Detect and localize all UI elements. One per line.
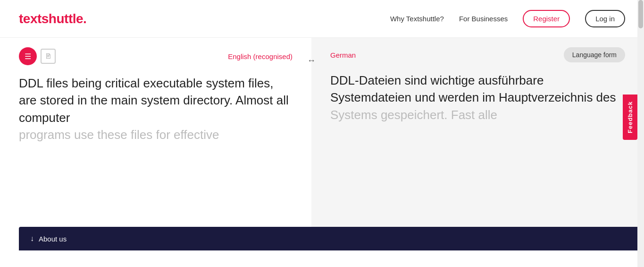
feedback-wrapper: Feedback	[623, 95, 637, 142]
source-lang-bar: ☰ 🖹 English (recognised)	[19, 47, 293, 65]
translator: ☰ 🖹 English (recognised) DDL files being…	[0, 38, 644, 250]
translation-text-faded: Systems gespeichert. Fast alle	[330, 108, 497, 122]
source-text-faded: programs use these files for effective	[19, 128, 219, 142]
about-bar[interactable]: ↓ About us	[19, 227, 644, 250]
scrollbar-thumb[interactable]	[638, 0, 643, 28]
source-icons: ☰ 🖹	[19, 47, 56, 65]
nav: Why Textshuttle? For Businesses Register…	[390, 10, 625, 27]
logo: textshuttle.	[19, 11, 86, 26]
scrollbar[interactable]	[637, 0, 644, 267]
feedback-button[interactable]: Feedback	[623, 95, 637, 140]
target-lang-bar: German Language form	[330, 47, 625, 62]
source-text-visible: DDL files being critical executable syst…	[19, 76, 289, 125]
source-lang-label[interactable]: English (recognised)	[228, 52, 293, 60]
language-form-button[interactable]: Language form	[564, 47, 625, 62]
target-pane: German Language form DDL-Dateien sind wi…	[311, 38, 644, 250]
swap-icon[interactable]: ↔	[303, 52, 320, 69]
hamburger-icon[interactable]: ☰	[19, 47, 37, 65]
source-pane: ☰ 🖹 English (recognised) DDL files being…	[0, 38, 311, 250]
about-bar-text: About us	[39, 235, 67, 243]
header: textshuttle. Why Textshuttle? For Busine…	[0, 0, 644, 38]
nav-why[interactable]: Why Textshuttle?	[390, 15, 444, 23]
source-text[interactable]: DDL files being critical executable syst…	[19, 75, 293, 230]
login-button[interactable]: Log in	[585, 10, 625, 27]
translation-text: DDL-Dateien sind wichtige ausführbare Sy…	[330, 72, 625, 230]
register-button[interactable]: Register	[523, 10, 570, 27]
nav-business[interactable]: For Businesses	[459, 15, 508, 23]
document-icon[interactable]: 🖹	[41, 49, 56, 64]
translation-text-visible: DDL-Dateien sind wichtige ausführbare Sy…	[330, 73, 616, 104]
target-lang-label: German	[330, 51, 356, 59]
about-arrow: ↓	[30, 234, 34, 243]
